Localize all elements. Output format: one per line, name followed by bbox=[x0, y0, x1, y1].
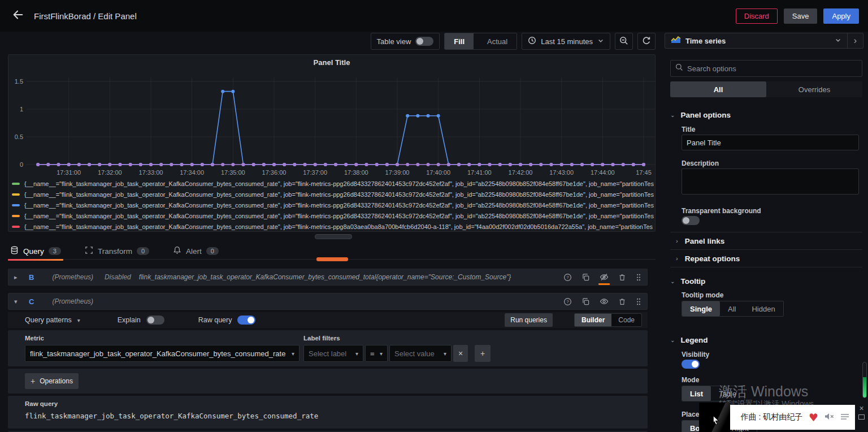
search-options-input[interactable] bbox=[687, 64, 857, 73]
help-icon[interactable]: ? bbox=[563, 273, 572, 282]
drag-handle-icon[interactable] bbox=[636, 273, 641, 282]
panel-title-input[interactable] bbox=[682, 135, 859, 150]
chevron-down-icon: ⌄ bbox=[670, 112, 675, 118]
description-label: Description bbox=[682, 159, 719, 167]
run-queries-button[interactable]: Run queries bbox=[505, 313, 553, 327]
zoom-out-button[interactable] bbox=[615, 33, 633, 50]
eye-icon[interactable] bbox=[600, 297, 609, 306]
legend-series-label: {__name__="flink_taskmanager_job_task_op… bbox=[24, 213, 654, 219]
raw-query-toggle[interactable] bbox=[237, 316, 255, 325]
playlist-icon[interactable] bbox=[840, 412, 849, 422]
legend-item[interactable]: {__name__="flink_taskmanager_job_task_op… bbox=[12, 189, 654, 200]
panel-title: Panel Title bbox=[8, 55, 655, 70]
description-textarea[interactable] bbox=[682, 169, 859, 195]
legend-item[interactable]: {__name__="flink_taskmanager_job_task_op… bbox=[12, 221, 654, 232]
album-art-thumbnail[interactable] bbox=[699, 403, 730, 432]
svg-text:1.5: 1.5 bbox=[15, 78, 23, 85]
svg-text:17:33:00: 17:33:00 bbox=[139, 169, 163, 176]
visualization-picker[interactable]: Time series › bbox=[665, 33, 863, 49]
bell-icon bbox=[173, 246, 181, 256]
trash-icon[interactable] bbox=[618, 273, 626, 282]
explain-toggle[interactable] bbox=[146, 316, 164, 325]
repeat-options-label: Repeat options bbox=[685, 254, 740, 263]
repeat-options-section[interactable]: › Repeat options bbox=[670, 250, 862, 267]
pane-resize-handle[interactable] bbox=[315, 234, 352, 239]
search-icon bbox=[675, 63, 683, 74]
duplicate-icon[interactable] bbox=[581, 297, 590, 306]
tooltip-all-option[interactable]: All bbox=[720, 301, 744, 316]
legend-series-label: {__name__="flink_taskmanager_job_task_op… bbox=[24, 223, 653, 230]
tab-query-count: 3 bbox=[49, 247, 61, 255]
chevron-right-icon: › bbox=[676, 237, 678, 244]
back-button[interactable] bbox=[9, 7, 27, 25]
help-icon[interactable]: ? bbox=[563, 297, 572, 306]
expand-viz-picker-button[interactable]: › bbox=[847, 33, 863, 48]
duplicate-icon[interactable] bbox=[581, 273, 590, 282]
query-ref-c[interactable]: C bbox=[29, 297, 34, 306]
fill-option[interactable]: Fill bbox=[445, 33, 474, 49]
actual-option[interactable]: Actual bbox=[478, 33, 517, 49]
fill-actual-segmented: Fill Actual bbox=[444, 33, 517, 50]
select-label-dropdown[interactable]: Select label ▾ bbox=[303, 345, 363, 362]
raw-query-label: Raw query bbox=[198, 316, 232, 324]
tooltip-single-option[interactable]: Single bbox=[682, 301, 720, 316]
remove-filter-button[interactable]: × bbox=[453, 345, 468, 362]
transparent-background-toggle[interactable] bbox=[682, 216, 700, 225]
apply-button[interactable]: Apply bbox=[823, 8, 859, 24]
operator-dropdown[interactable]: = ▾ bbox=[365, 345, 388, 362]
query-ref-b[interactable]: B bbox=[29, 273, 34, 282]
legend-visibility-toggle[interactable] bbox=[682, 360, 700, 369]
chevron-down-icon: ▾ bbox=[355, 351, 358, 357]
mute-icon[interactable] bbox=[824, 412, 835, 423]
drag-handle-icon[interactable] bbox=[636, 297, 641, 306]
legend-item[interactable]: {__name__="flink_taskmanager_job_task_op… bbox=[12, 200, 654, 210]
metric-select[interactable]: flink_taskmanager_job_task_operator_Kafk… bbox=[25, 345, 300, 362]
options-filter-tabs: All Overrides bbox=[670, 81, 862, 97]
chart-legend[interactable]: {__name__="flink_taskmanager_job_task_op… bbox=[12, 178, 654, 232]
tooltip-hidden-option[interactable]: Hidden bbox=[744, 301, 783, 316]
save-button[interactable]: Save bbox=[784, 8, 818, 24]
tab-overrides[interactable]: Overrides bbox=[766, 81, 862, 97]
tab-transform[interactable]: Transform 0 bbox=[83, 243, 151, 260]
database-icon bbox=[10, 246, 19, 256]
legend-section-header[interactable]: ⌄ Legend bbox=[670, 334, 862, 346]
collapse-chevron-icon[interactable]: ▾ bbox=[14, 298, 21, 305]
trash-icon[interactable] bbox=[618, 297, 626, 306]
add-filter-button[interactable]: + bbox=[475, 345, 491, 362]
panel-links-section[interactable]: › Panel links bbox=[670, 232, 862, 249]
refresh-button[interactable] bbox=[637, 33, 656, 50]
query-patterns-dropdown[interactable]: Query patterns bbox=[25, 316, 72, 324]
tab-query-label: Query bbox=[23, 247, 44, 256]
label-filters-label: Label filters bbox=[303, 335, 340, 342]
expand-chevron-icon[interactable]: ▸ bbox=[14, 274, 21, 281]
time-series-viz-icon bbox=[671, 36, 681, 46]
add-operations-button[interactable]: + Operations bbox=[25, 373, 79, 389]
zoom-out-icon bbox=[619, 36, 628, 47]
tooltip-section-header[interactable]: ⌄ Tooltip bbox=[670, 275, 862, 287]
code-option[interactable]: Code bbox=[611, 314, 641, 326]
tab-query[interactable]: Query 3 bbox=[8, 243, 63, 260]
builder-option[interactable]: Builder bbox=[575, 314, 611, 326]
query-c-datasource: (Prometheus) bbox=[52, 297, 93, 305]
legend-item[interactable]: {__name__="flink_taskmanager_job_task_op… bbox=[12, 178, 654, 189]
tab-alert[interactable]: Alert 0 bbox=[171, 243, 221, 260]
eye-slash-icon[interactable] bbox=[600, 273, 609, 282]
select-value-dropdown[interactable]: Select value ▾ bbox=[389, 345, 452, 362]
discard-button[interactable]: Discard bbox=[736, 8, 778, 24]
tab-all[interactable]: All bbox=[670, 81, 766, 97]
select-value-placeholder: Select value bbox=[394, 349, 444, 358]
restore-icon[interactable] bbox=[858, 414, 865, 420]
chevron-down-icon: ▾ bbox=[444, 351, 446, 357]
arrow-left-icon bbox=[12, 8, 24, 23]
time-range-picker[interactable]: Last 15 minutes bbox=[522, 33, 610, 50]
panel-options-section-header[interactable]: ⌄ Panel options bbox=[670, 109, 862, 121]
media-overlay-controls: × bbox=[855, 403, 868, 432]
close-icon[interactable]: × bbox=[859, 405, 863, 412]
mode-list-option[interactable]: List bbox=[682, 386, 711, 401]
legend-title: Legend bbox=[680, 336, 708, 344]
table-view-toggle[interactable] bbox=[415, 37, 433, 46]
legend-item[interactable]: {__name__="flink_taskmanager_job_task_op… bbox=[12, 210, 654, 221]
svg-text:0.5: 0.5 bbox=[15, 133, 23, 140]
time-series-chart[interactable]: 00.511.517:31:0017:32:0017:33:0017:34:00… bbox=[8, 70, 655, 178]
heart-like-icon[interactable]: ♥ bbox=[809, 412, 818, 423]
